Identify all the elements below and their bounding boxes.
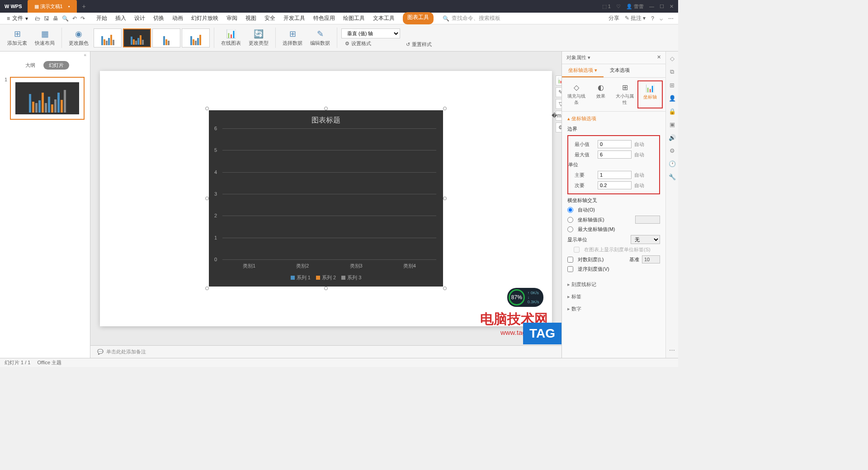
undo-icon[interactable]: ↶ — [72, 15, 77, 22]
reverse-checkbox[interactable] — [567, 266, 573, 272]
rail-layers-icon[interactable]: ⧉ — [670, 68, 674, 75]
minor-label: 次要 — [570, 182, 595, 189]
x-axis-labels: 类别1类别2类别3类别4 — [222, 263, 436, 269]
share-button[interactable]: 分享 — [609, 14, 619, 22]
tab-安全[interactable]: 安全 — [264, 12, 275, 24]
chart-style-2-active[interactable] — [123, 28, 151, 47]
tab-视图[interactable]: 视图 — [245, 12, 256, 24]
chart-style-4[interactable] — [182, 28, 210, 47]
notes-bar[interactable]: 💬 单击此处添加备注 — [90, 345, 561, 358]
tab-图表工具[interactable]: 图表工具 — [403, 12, 434, 24]
tick-marks-section[interactable]: 刻度线标记 — [562, 278, 665, 291]
show-label-checkbox — [574, 247, 580, 253]
set-format-button[interactable]: ⚙ 设置格式 — [345, 40, 400, 47]
log-scale-checkbox[interactable] — [567, 257, 573, 263]
slide-main[interactable]: 图表标题 0123456 类别1类别2类别3类别4 系列 1系列 2系列 3 📊… — [100, 71, 552, 326]
close-button[interactable]: ✕ — [670, 4, 674, 9]
close-panel-icon[interactable]: ✕ — [657, 54, 661, 61]
outline-tab[interactable]: 大纲 — [21, 61, 40, 70]
gift-icon[interactable]: ♡ — [616, 4, 621, 9]
maximize-button[interactable]: ☐ — [660, 4, 664, 9]
rail-user-icon[interactable]: 👤 — [669, 95, 676, 102]
cross-auto-radio[interactable] — [567, 207, 573, 213]
slides-tab[interactable]: 幻灯片 — [43, 61, 69, 70]
tab-动画[interactable]: 动画 — [172, 12, 183, 24]
tab-绘图工具[interactable]: 绘图工具 — [343, 12, 365, 24]
cross-max-radio[interactable] — [567, 226, 573, 232]
rail-more-icon[interactable]: ⋯ — [669, 347, 675, 353]
user-avatar[interactable]: 👤 蕾蕾 — [626, 3, 644, 10]
rail-diamond-icon[interactable]: ◇ — [670, 55, 675, 62]
reset-style-button[interactable]: ↺ 重置样式 — [406, 41, 432, 48]
fill-line-subtab[interactable]: ◇填充与线条 — [565, 80, 588, 108]
numbers-section[interactable]: 数字 — [562, 303, 665, 315]
rail-lock-icon[interactable]: 🔒 — [669, 108, 676, 115]
chart-style-1[interactable] — [94, 28, 122, 47]
add-tab-button[interactable]: + — [77, 3, 91, 10]
chart-title[interactable]: 图表标题 — [209, 110, 443, 131]
open-icon[interactable]: 🗁 — [35, 15, 40, 22]
axis-subtab[interactable]: 📊坐标轴 — [637, 80, 663, 108]
max-input[interactable] — [598, 150, 632, 159]
min-label: 最小值 — [570, 141, 595, 148]
tab-开发工具[interactable]: 开发工具 — [283, 12, 305, 24]
performance-widget[interactable]: 87% ↑ 0K/s↓ 0.3K/s — [507, 288, 543, 307]
cross-value-radio[interactable] — [567, 217, 573, 223]
collapse-ribbon-icon[interactable]: ⌵ — [660, 15, 663, 22]
tab-切换[interactable]: 切换 — [153, 12, 164, 24]
labels-section[interactable]: 标签 — [562, 291, 665, 303]
axis-options-section[interactable]: ▴ 坐标轴选项 — [567, 115, 660, 122]
ribbon: ⊞添加元素 ▦快速布局 ◉更改颜色 📊在线图表 🔄更改类型 ⊞选择数据 ✎编辑数… — [0, 24, 678, 52]
min-input[interactable] — [598, 140, 632, 148]
rail-grid-icon[interactable]: ⊞ — [670, 82, 675, 89]
print-icon[interactable]: 🖶 — [53, 15, 58, 22]
tab-文本工具[interactable]: 文本工具 — [373, 12, 395, 24]
notes-icon: 💬 — [97, 349, 104, 355]
size-props-subtab[interactable]: ⊞大小与属性 — [613, 80, 637, 108]
rail-tools-icon[interactable]: 🔧 — [669, 174, 676, 180]
search-icon: 🔍 — [443, 15, 449, 22]
titlebar: W WPS ▦ 演示文稿1 • + ⬚ 1 ♡ 👤 蕾蕾 — ☐ ✕ — [0, 0, 678, 13]
help-icon[interactable]: ? — [651, 15, 654, 22]
tab-特色应用[interactable]: 特色应用 — [313, 12, 335, 24]
rail-sound-icon[interactable]: 🔊 — [669, 134, 676, 141]
text-options-tab[interactable]: 文本选项 — [604, 64, 636, 77]
minimize-button[interactable]: — — [649, 4, 654, 9]
redo-icon[interactable]: ↷ — [80, 15, 85, 22]
add-element-button[interactable]: ⊞添加元素 — [5, 29, 30, 47]
select-data-button[interactable]: ⊞选择数据 — [280, 29, 305, 47]
cross-label: 横坐标轴交叉 — [567, 197, 660, 204]
axis-options-tab[interactable]: 坐标轴选项 ▾ — [562, 64, 604, 77]
tab-审阅[interactable]: 审阅 — [226, 12, 237, 24]
tab-插入[interactable]: 插入 — [115, 12, 126, 24]
statusbar: 幻灯片 1 / 1 Office 主题 — [0, 358, 678, 367]
change-color-button[interactable]: ◉更改颜色 — [66, 29, 91, 47]
online-chart-button[interactable]: 📊在线图表 — [218, 29, 244, 47]
more-icon[interactable]: ⋯ — [668, 15, 674, 22]
tab-设计[interactable]: 设计 — [134, 12, 145, 24]
chart-element-dropdown[interactable]: 垂直 (值) 轴 — [341, 28, 400, 38]
badge-icon[interactable]: ⬚ 1 — [602, 4, 611, 9]
slide-thumbnail-1[interactable] — [10, 77, 85, 120]
preview-icon[interactable]: 🔍 — [62, 15, 69, 22]
rail-cube-icon[interactable]: ▣ — [670, 121, 675, 128]
tab-幻灯片放映[interactable]: 幻灯片放映 — [191, 12, 218, 24]
display-unit-select[interactable]: 无 — [631, 235, 660, 244]
command-search[interactable]: 🔍 查找命令、搜索模板 — [443, 14, 500, 22]
change-type-button[interactable]: 🔄更改类型 — [246, 29, 271, 47]
doc-tab[interactable]: ▦ 演示文稿1 • — [28, 0, 77, 13]
effects-subtab[interactable]: ◐效果 — [589, 80, 613, 108]
minor-input[interactable] — [598, 181, 632, 189]
major-input[interactable] — [598, 171, 632, 179]
review-button[interactable]: ✎ 批注 ▾ — [625, 14, 646, 22]
chart[interactable]: 图表标题 0123456 类别1类别2类别3类别4 系列 1系列 2系列 3 — [209, 110, 443, 287]
rail-clock-icon[interactable]: 🕐 — [669, 160, 676, 167]
collapse-panel-icon[interactable]: « — [0, 52, 90, 58]
tab-开始[interactable]: 开始 — [96, 12, 107, 24]
rail-settings-icon[interactable]: ⚙ — [670, 147, 675, 154]
save-icon[interactable]: 🖫 — [44, 15, 49, 22]
chart-style-3[interactable] — [152, 28, 180, 47]
quick-layout-button[interactable]: ▦快速布局 — [32, 29, 57, 47]
edit-data-button[interactable]: ✎编辑数据 — [307, 29, 333, 47]
file-menu[interactable]: ≡ 文件 ▾ — [5, 14, 30, 22]
